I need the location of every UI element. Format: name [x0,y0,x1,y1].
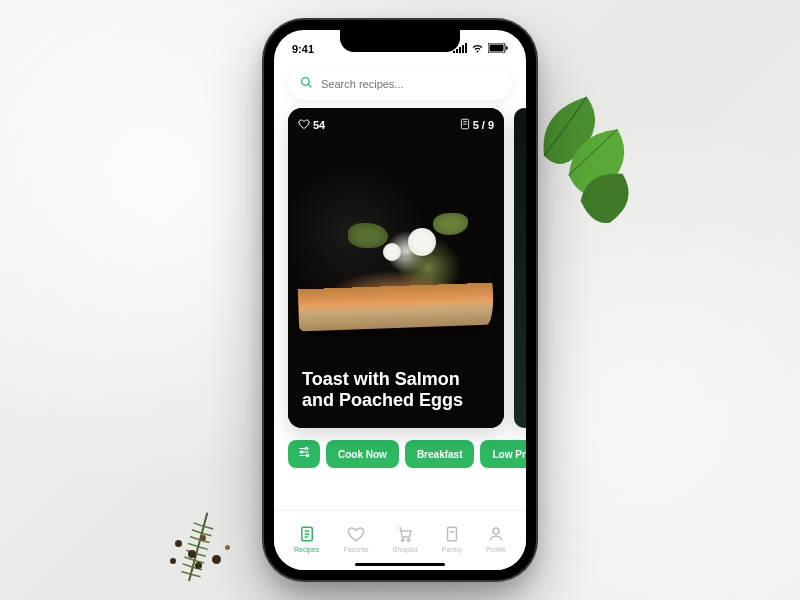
pantry-icon [443,525,461,544]
filter-settings-button[interactable] [288,440,320,468]
filter-row: Cook Now Breakfast Low Price [274,428,526,480]
phone-frame: 9:41 [264,20,536,580]
search-input[interactable] [321,78,500,90]
tab-profile[interactable]: Profile [486,525,506,553]
svg-point-3 [302,78,310,86]
filter-chip-low-price[interactable]: Low Price [480,440,526,468]
tab-label: Shoplist [393,546,418,553]
home-indicator[interactable] [355,563,445,566]
sliders-icon [297,445,311,463]
recipe-card[interactable]: 54 5/9 Toast with Salmon and Poached Egg… [288,108,504,428]
svg-point-10 [408,538,410,540]
recipe-card-next[interactable] [514,108,526,428]
profile-icon [487,525,505,544]
recipes-icon [298,525,316,544]
svg-point-9 [402,538,404,540]
search-bar[interactable] [288,68,512,100]
likes-count[interactable]: 54 [298,118,325,132]
svg-rect-2 [506,46,508,50]
tab-pantry[interactable]: Pantry [442,525,462,553]
tab-label: Pantry [442,546,462,553]
svg-point-6 [301,451,303,453]
tab-label: Favorite [343,546,368,553]
ingredients-count: 5/9 [460,118,494,132]
tab-shoplist[interactable]: Shoplist [393,525,418,553]
svg-rect-11 [447,527,456,541]
cart-icon [396,525,414,544]
heart-icon [298,118,310,132]
svg-point-12 [493,528,499,534]
phone-notch [340,30,460,52]
recipe-title: Toast with Salmon and Poached Eggs [302,369,484,412]
phone-screen: 9:41 [274,30,526,570]
filter-chip-breakfast[interactable]: Breakfast [405,440,475,468]
svg-point-5 [305,447,307,449]
tab-label: Profile [486,546,506,553]
search-icon [300,75,313,93]
heart-icon [347,525,365,544]
tab-recipes[interactable]: Recipes [294,525,319,553]
battery-icon [488,43,508,55]
tab-bar: Recipes Favorite Shoplist Pantry [274,510,526,570]
pantry-icon [460,118,470,132]
svg-rect-1 [490,45,504,52]
tab-label: Recipes [294,546,319,553]
tab-favorite[interactable]: Favorite [343,525,368,553]
wifi-icon [471,43,484,55]
status-time: 9:41 [292,43,314,55]
filter-chip-cook-now[interactable]: Cook Now [326,440,399,468]
